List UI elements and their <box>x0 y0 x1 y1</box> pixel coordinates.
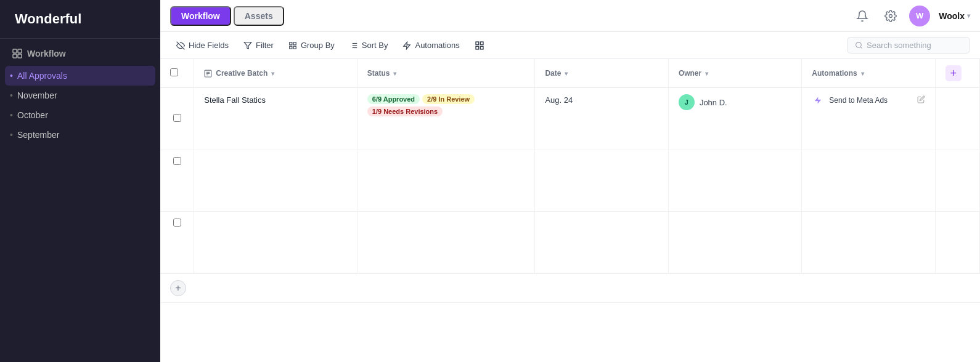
user-name-display[interactable]: Woolx ▾ <box>939 11 970 21</box>
svg-rect-10 <box>293 46 296 49</box>
sidebar-item-september[interactable]: September <box>0 125 160 145</box>
sidebar-item-label: September <box>17 130 59 140</box>
sidebar-section-label: Workflow <box>27 49 66 58</box>
row-checkbox[interactable] <box>173 114 181 122</box>
tab-workflow[interactable]: Workflow <box>170 6 231 26</box>
col-header-automations: Automations ▾ <box>802 59 935 88</box>
add-row-button[interactable]: + <box>170 280 186 296</box>
date-cell: Aug. 24 <box>535 88 668 150</box>
hide-fields-button[interactable]: Hide Fields <box>170 38 235 53</box>
automations-cell: Send to Meta Ads <box>802 88 935 150</box>
sort-by-icon <box>349 41 358 50</box>
automation-info: Send to Meta Ads <box>812 94 925 107</box>
sidebar-item-all-approvals[interactable]: All Approvals <box>5 66 155 86</box>
automation-lightning-icon <box>812 94 824 107</box>
creative-batch-cell: Stella Fall Statics <box>194 88 357 150</box>
topnav: Workflow Assets W Woolx ▾ <box>160 0 980 32</box>
automations-button[interactable]: Automations <box>396 38 465 53</box>
date-col-chevron: ▾ <box>565 70 568 77</box>
select-all-checkbox[interactable] <box>170 68 178 76</box>
toolbar: Hide Fields Filter Group By Sort By Auto… <box>160 32 980 59</box>
empty2-owner-cell <box>668 212 801 273</box>
owner-info: J John D. <box>679 94 791 110</box>
owner-col-chevron: ▾ <box>705 70 708 77</box>
svg-rect-2 <box>13 54 17 58</box>
col-header-owner: Owner ▾ <box>668 59 801 88</box>
filter-icon <box>243 41 252 50</box>
svg-rect-20 <box>476 46 479 49</box>
tab-assets[interactable]: Assets <box>234 6 284 26</box>
checkbox-col-header <box>160 59 194 88</box>
svg-rect-8 <box>293 42 296 44</box>
topnav-right: W Woolx ▾ <box>852 6 970 26</box>
svg-rect-7 <box>290 42 292 44</box>
chevron-down-icon: ▾ <box>967 12 970 19</box>
revisions-badge: 1/9 Needs Revisions <box>367 107 443 116</box>
table-row-empty-2 <box>160 212 980 273</box>
col-header-date: Date ▾ <box>535 59 668 88</box>
svg-rect-3 <box>18 54 22 58</box>
col-header-status: Status ▾ <box>357 59 535 88</box>
automations-col-chevron: ▾ <box>861 70 864 77</box>
search-icon <box>855 41 863 49</box>
settings-icon[interactable] <box>881 6 900 26</box>
table-wrapper: Creative Batch ▾ Status ▾ Date ▾ <box>160 59 980 362</box>
automation-label: Send to Meta Ads <box>829 96 888 105</box>
add-col-header: + <box>935 59 979 88</box>
creative-batch-link[interactable]: Stella Fall Statics <box>204 95 266 105</box>
svg-marker-17 <box>404 42 410 49</box>
automation-edit-icon[interactable] <box>917 95 925 106</box>
hide-fields-icon <box>176 41 185 50</box>
svg-rect-0 <box>13 49 17 53</box>
empty-row-checkbox-2[interactable] <box>173 219 181 227</box>
col-header-creative-batch: Creative Batch ▾ <box>194 59 357 88</box>
empty-automations-cell <box>802 150 935 212</box>
sidebar: Wonderful Workflow All Approvals Novembe… <box>0 0 160 362</box>
badge-row: 6/9 Approved 2/9 In Review 1/9 Needs Rev… <box>367 94 525 116</box>
automations-icon <box>402 41 411 50</box>
svg-marker-25 <box>815 97 822 104</box>
sidebar-item-november[interactable]: November <box>0 86 160 105</box>
sidebar-item-label: All Approvals <box>17 71 67 81</box>
filter-button[interactable]: Filter <box>237 38 280 53</box>
notifications-icon[interactable] <box>852 6 872 26</box>
view-toggle-button[interactable] <box>468 38 491 54</box>
row-add-cell <box>935 88 979 150</box>
owner-name: John D. <box>700 98 727 107</box>
svg-point-22 <box>856 42 862 48</box>
status-cell: 6/9 Approved 2/9 In Review 1/9 Needs Rev… <box>357 88 535 150</box>
empty-owner-cell <box>668 150 801 212</box>
svg-marker-6 <box>244 42 251 49</box>
svg-rect-9 <box>290 46 292 49</box>
sidebar-item-label: October <box>17 110 48 120</box>
sidebar-item-october[interactable]: October <box>0 105 160 125</box>
owner-cell: J John D. <box>668 88 801 150</box>
empty-row2-checkbox-cell <box>160 212 194 273</box>
date-value: Aug. 24 <box>545 95 573 105</box>
add-column-button[interactable]: + <box>945 65 962 81</box>
creative-batch-col-chevron: ▾ <box>271 70 274 77</box>
group-by-icon <box>288 41 297 50</box>
svg-rect-18 <box>476 42 479 45</box>
empty-row-checkbox-cell <box>160 150 194 212</box>
svg-line-23 <box>860 47 862 48</box>
empty2-automations-cell <box>802 212 935 273</box>
row-checkbox-cell <box>160 88 194 150</box>
empty-add-cell <box>935 150 979 212</box>
empty2-creative-batch-cell <box>194 212 357 273</box>
group-by-button[interactable]: Group By <box>282 38 341 53</box>
main-table: Creative Batch ▾ Status ▾ Date ▾ <box>160 59 980 273</box>
table-header-row: Creative Batch ▾ Status ▾ Date ▾ <box>160 59 980 88</box>
app-logo: Wonderful <box>0 0 160 39</box>
empty2-status-cell <box>357 212 535 273</box>
empty-status-cell <box>357 150 535 212</box>
search-container[interactable]: Search something <box>847 37 970 54</box>
view-toggle-icon <box>475 41 484 50</box>
empty2-add-cell <box>935 212 979 273</box>
svg-point-4 <box>889 14 892 17</box>
sort-by-button[interactable]: Sort By <box>343 38 394 53</box>
avatar[interactable]: W <box>909 6 930 26</box>
empty-row-checkbox-1[interactable] <box>173 157 181 165</box>
svg-rect-19 <box>480 42 483 45</box>
sidebar-nav: All Approvals November October September <box>0 63 160 147</box>
